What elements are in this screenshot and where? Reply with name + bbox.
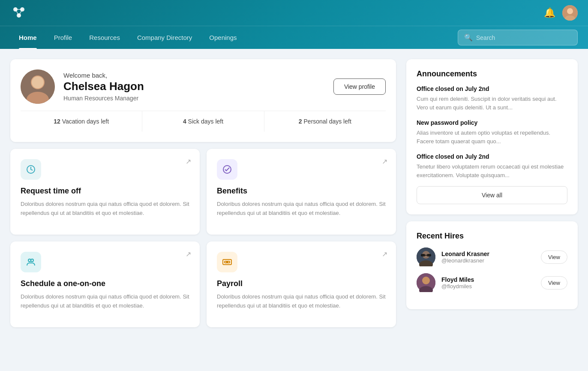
payroll-icon-wrap bbox=[217, 252, 237, 272]
hire-avatar-2 bbox=[417, 273, 435, 292]
nav: Home Profile Resources Company Directory… bbox=[0, 26, 588, 49]
user-avatar-header[interactable] bbox=[562, 5, 578, 21]
hire-name-1: Leonard Krasner bbox=[441, 250, 535, 257]
svg-point-27 bbox=[422, 277, 430, 284]
request-time-off-card[interactable]: ↗ Request time off Doloribus dolores nos… bbox=[10, 149, 200, 235]
arrow-icon: ↗ bbox=[382, 250, 387, 258]
hire-info-2: Floyd Miles @floydmiles bbox=[441, 276, 535, 290]
search-icon: 🔍 bbox=[464, 33, 473, 42]
ann-text-2: Alias inventore ut autem optio voluptas … bbox=[417, 129, 567, 145]
hire-view-button-1[interactable]: View bbox=[541, 250, 567, 264]
svg-point-19 bbox=[227, 262, 228, 263]
bell-icon[interactable]: 🔔 bbox=[544, 7, 555, 18]
benefits-card[interactable]: ↗ Benefits Doloribus dolores nostrum qui… bbox=[207, 149, 396, 235]
arrow-icon: ↗ bbox=[186, 157, 191, 166]
hire-info-1: Leonard Krasner @leonardkrasner bbox=[441, 250, 535, 264]
nav-home[interactable]: Home bbox=[10, 26, 45, 49]
benefits-desc: Doloribus dolores nostrum quia qui natus… bbox=[217, 200, 386, 218]
welcome-text: Welcome back, bbox=[63, 72, 325, 79]
header: 🔔 Home Profile Resources Company Directo… bbox=[0, 0, 588, 49]
time-off-icon-wrap bbox=[21, 159, 41, 180]
hire-item-2: Floyd Miles @floydmiles View bbox=[417, 273, 567, 292]
one-on-one-title: Schedule a one-on-one bbox=[21, 279, 189, 288]
svg-rect-24 bbox=[427, 254, 431, 256]
nav-openings[interactable]: Openings bbox=[201, 26, 245, 49]
announcement-item-2: New password policy Alias inventore ut a… bbox=[417, 119, 567, 145]
header-top: 🔔 bbox=[0, 0, 588, 26]
view-profile-button[interactable]: View profile bbox=[333, 78, 386, 95]
sick-days: 4 Sick days left bbox=[142, 111, 264, 132]
hire-item-1: Leonard Krasner @leonardkrasner View bbox=[417, 247, 567, 266]
payroll-desc: Doloribus dolores nostrum quia qui natus… bbox=[217, 293, 386, 311]
one-on-one-icon-wrap bbox=[21, 252, 41, 272]
left-panel: Welcome back, Chelsea Hagon Human Resour… bbox=[10, 59, 396, 358]
svg-point-7 bbox=[567, 8, 573, 14]
ann-title-2: New password policy bbox=[417, 119, 567, 126]
user-title: Human Resources Manager bbox=[63, 95, 325, 102]
search-box[interactable]: 🔍 bbox=[458, 30, 578, 45]
time-off-desc: Doloribus dolores nostrum quia qui natus… bbox=[21, 200, 189, 218]
right-panel: Announcements Office closed on July 2nd … bbox=[406, 59, 578, 358]
ann-text-3: Tenetur libero voluptatem rerum occaecat… bbox=[417, 163, 567, 179]
payroll-title: Payroll bbox=[217, 279, 386, 288]
nav-company-directory[interactable]: Company Directory bbox=[129, 26, 201, 49]
personal-days: 2 Personal days left bbox=[264, 111, 386, 132]
ann-title-3: Office closed on July 2nd bbox=[417, 153, 567, 160]
user-info: Welcome back, Chelsea Hagon Human Resour… bbox=[63, 72, 325, 102]
header-icons: 🔔 bbox=[544, 5, 578, 21]
user-avatar bbox=[21, 69, 55, 104]
arrow-icon: ↗ bbox=[382, 157, 387, 166]
arrow-icon: ↗ bbox=[186, 250, 191, 258]
announcements-card: Announcements Office closed on July 2nd … bbox=[406, 59, 578, 214]
logo bbox=[10, 4, 27, 21]
announcement-item-1: Office closed on July 2nd Cum qui rem de… bbox=[417, 85, 567, 112]
recent-hires-title: Recent Hires bbox=[417, 232, 567, 241]
nav-profile[interactable]: Profile bbox=[45, 26, 81, 49]
nav-search-area: 🔍 bbox=[458, 30, 578, 45]
ann-title-1: Office closed on July 2nd bbox=[417, 85, 567, 92]
days-row: 12 Vacation days left 4 Sick days left 2… bbox=[21, 111, 386, 132]
welcome-card: Welcome back, Chelsea Hagon Human Resour… bbox=[10, 59, 396, 142]
hire-avatar-1 bbox=[417, 247, 435, 266]
svg-point-16 bbox=[31, 259, 33, 262]
hire-handle-1: @leonardkrasner bbox=[441, 257, 535, 264]
hire-name-2: Floyd Miles bbox=[441, 276, 535, 283]
time-off-title: Request time off bbox=[21, 187, 189, 196]
benefits-icon-wrap bbox=[217, 159, 237, 180]
svg-point-12 bbox=[32, 76, 44, 88]
hire-handle-2: @floydmiles bbox=[441, 283, 535, 290]
nav-resources[interactable]: Resources bbox=[81, 26, 129, 49]
announcement-item-3: Office closed on July 2nd Tenetur libero… bbox=[417, 153, 567, 179]
action-cards-grid: ↗ Request time off Doloribus dolores nos… bbox=[10, 149, 396, 327]
one-on-one-desc: Doloribus dolores nostrum quia qui natus… bbox=[21, 293, 189, 311]
recent-hires-card: Recent Hires Leonard Krasner @le bbox=[406, 221, 578, 309]
user-name: Chelsea Hagon bbox=[63, 80, 325, 93]
welcome-top: Welcome back, Chelsea Hagon Human Resour… bbox=[21, 69, 386, 104]
main-layout: Welcome back, Chelsea Hagon Human Resour… bbox=[0, 49, 588, 368]
view-all-button[interactable]: View all bbox=[417, 186, 567, 204]
ann-text-1: Cum qui rem deleniti. Suscipit in dolor … bbox=[417, 95, 567, 112]
svg-rect-23 bbox=[421, 254, 425, 256]
payroll-card[interactable]: ↗ Payroll Doloribus dolores nostrum quia… bbox=[207, 241, 396, 327]
one-on-one-card[interactable]: ↗ Schedule a one-on-one Doloribus dolore… bbox=[10, 241, 200, 327]
hire-view-button-2[interactable]: View bbox=[541, 276, 567, 290]
vacation-days: 12 Vacation days left bbox=[21, 111, 142, 132]
search-input[interactable] bbox=[476, 34, 571, 41]
announcements-title: Announcements bbox=[417, 69, 567, 78]
benefits-title: Benefits bbox=[217, 187, 386, 196]
